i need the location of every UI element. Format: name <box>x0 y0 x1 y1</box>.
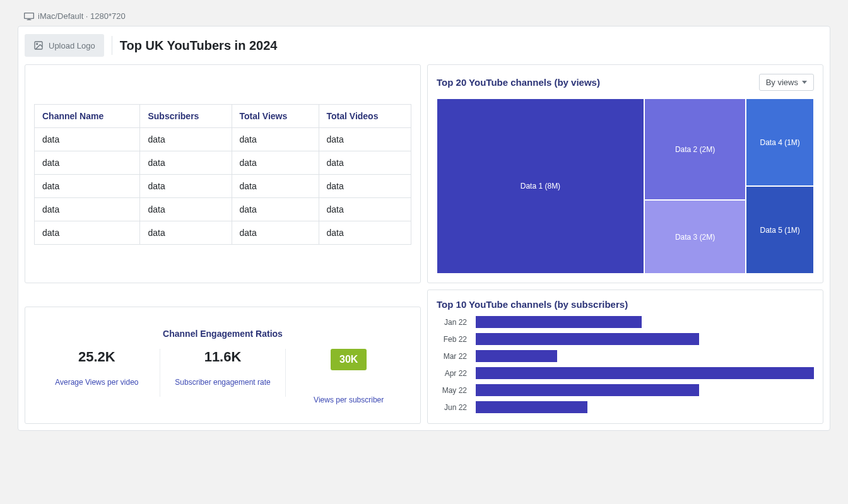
treemap-midcol: Data 2 (2M) Data 3 (2M) <box>644 98 746 274</box>
table-row: data data data data <box>35 151 411 175</box>
bar-label: May 22 <box>437 386 467 395</box>
bar-fill[interactable] <box>476 384 699 396</box>
engage-item-views-per-sub: 30K Views per subscriber <box>286 349 411 414</box>
page-container: Upload Logo Top UK YouTubers in 2024 Cha… <box>18 26 830 431</box>
svg-rect-0 <box>25 13 34 18</box>
table-row: data data data data <box>35 198 411 221</box>
cell: data <box>232 198 319 221</box>
barchart-title: Top 10 YouTube channels (by subscribers) <box>437 299 814 310</box>
treemap-cell-data2[interactable]: Data 2 (2M) <box>644 98 746 200</box>
cell: data <box>140 151 232 175</box>
treemap-label: Data 3 (2M) <box>675 233 715 242</box>
treemap-title: Top 20 YouTube channels (by views) <box>437 77 600 88</box>
monitor-icon <box>24 13 34 20</box>
cell: data <box>35 128 140 151</box>
table-header-row: Channel Name Subscribers Total Views Tot… <box>35 105 411 128</box>
bar-label: Apr 22 <box>437 369 467 378</box>
engage-value: 11.6K <box>167 349 280 365</box>
treemap-cell-data4[interactable]: Data 4 (1M) <box>746 98 814 186</box>
treemap-panel: Top 20 YouTube channels (by views) By vi… <box>427 64 823 283</box>
treemap-header: Top 20 YouTube channels (by views) By vi… <box>437 74 814 91</box>
cell: data <box>35 198 140 221</box>
cell: data <box>319 175 411 198</box>
bar-track <box>476 367 814 379</box>
image-icon <box>33 40 44 50</box>
page-title: Top UK YouTubers in 2024 <box>120 38 278 53</box>
bar-fill[interactable] <box>476 350 557 362</box>
cell: data <box>232 151 319 175</box>
engage-label: Subscriber engagement rate <box>167 378 280 387</box>
bar-row: Jun 22 <box>437 401 814 413</box>
cell: data <box>35 175 140 198</box>
engage-item-avg-views: 25.2K Average Views per video <box>34 349 160 397</box>
engagement-title: Channel Engagement Ratios <box>34 329 411 339</box>
table-panel: Channel Name Subscribers Total Views Tot… <box>25 64 421 283</box>
viewport-label: iMac/Default · 1280*720 <box>0 0 848 26</box>
bar-fill[interactable] <box>476 333 699 345</box>
engage-label: Average Views per video <box>40 378 153 387</box>
title-row: Upload Logo Top UK YouTubers in 2024 <box>25 33 823 62</box>
treemap-label: Data 4 (1M) <box>760 138 799 147</box>
col-total-videos: Total Videos <box>319 105 411 128</box>
treemap-label: Data 5 (1M) <box>760 226 799 235</box>
barchart: Jan 22 Feb 22 Mar 22 Apr 22 May 22 <box>437 316 814 413</box>
cell: data <box>232 128 319 151</box>
table-row: data data data data <box>35 221 411 245</box>
cell: data <box>140 175 232 198</box>
bar-label: Feb 22 <box>437 335 467 344</box>
treemap-rightcol: Data 4 (1M) Data 5 (1M) <box>746 98 814 274</box>
upload-logo-button[interactable]: Upload Logo <box>25 34 104 57</box>
bar-label: Jun 22 <box>437 403 467 412</box>
bar-row: Apr 22 <box>437 367 814 379</box>
engage-value: 25.2K <box>40 349 153 365</box>
bar-fill[interactable] <box>476 401 587 413</box>
col-total-views: Total Views <box>232 105 319 128</box>
cell: data <box>319 221 411 245</box>
chevron-down-icon <box>802 81 807 84</box>
col-subscribers: Subscribers <box>140 105 232 128</box>
treemap-cell-data3[interactable]: Data 3 (2M) <box>644 200 746 274</box>
cell: data <box>35 221 140 245</box>
bar-label: Jan 22 <box>437 318 467 327</box>
barchart-panel: Top 10 YouTube channels (by subscribers)… <box>427 290 823 424</box>
bar-row: Jan 22 <box>437 316 814 328</box>
bar-label: Mar 22 <box>437 352 467 361</box>
treemap-sort-dropdown[interactable]: By views <box>759 74 814 91</box>
bar-row: Mar 22 <box>437 350 814 362</box>
cell: data <box>232 175 319 198</box>
upload-logo-label: Upload Logo <box>49 41 95 50</box>
treemap-label: Data 2 (2M) <box>675 145 715 154</box>
engage-item-sub-rate: 11.6K Subscriber engagement rate <box>160 349 286 397</box>
treemap-label: Data 1 (8M) <box>521 182 560 190</box>
treemap-cell-data1[interactable]: Data 1 (8M) <box>437 98 644 274</box>
cell: data <box>35 151 140 175</box>
engage-value-badge: 30K <box>331 349 367 370</box>
channels-table: Channel Name Subscribers Total Views Tot… <box>34 104 411 245</box>
engagement-row: 25.2K Average Views per video 11.6K Subs… <box>34 349 411 414</box>
bar-row: May 22 <box>437 384 814 396</box>
separator <box>112 36 112 55</box>
cell: data <box>140 221 232 245</box>
viewport-text: iMac/Default · 1280*720 <box>38 11 126 21</box>
bar-row: Feb 22 <box>437 333 814 345</box>
treemap-chart: Data 1 (8M) Data 2 (2M) Data 3 (2M) Data… <box>437 98 814 274</box>
col-channel-name: Channel Name <box>35 105 140 128</box>
table-row: data data data data <box>35 175 411 198</box>
cell: data <box>140 128 232 151</box>
treemap-cell-data5[interactable]: Data 5 (1M) <box>746 186 814 274</box>
cell: data <box>319 128 411 151</box>
bar-track <box>476 350 814 362</box>
cell: data <box>232 221 319 245</box>
cell: data <box>319 151 411 175</box>
bar-fill[interactable] <box>476 316 642 328</box>
engagement-panel: Channel Engagement Ratios 25.2K Average … <box>25 307 421 424</box>
cell: data <box>319 198 411 221</box>
bar-track <box>476 384 814 396</box>
table-row: data data data data <box>35 128 411 151</box>
bar-track <box>476 401 814 413</box>
dashboard-grid: Channel Name Subscribers Total Views Tot… <box>25 64 823 424</box>
engage-label: Views per subscriber <box>292 396 405 404</box>
bar-fill[interactable] <box>476 367 814 379</box>
bar-track <box>476 316 814 328</box>
cell: data <box>140 198 232 221</box>
